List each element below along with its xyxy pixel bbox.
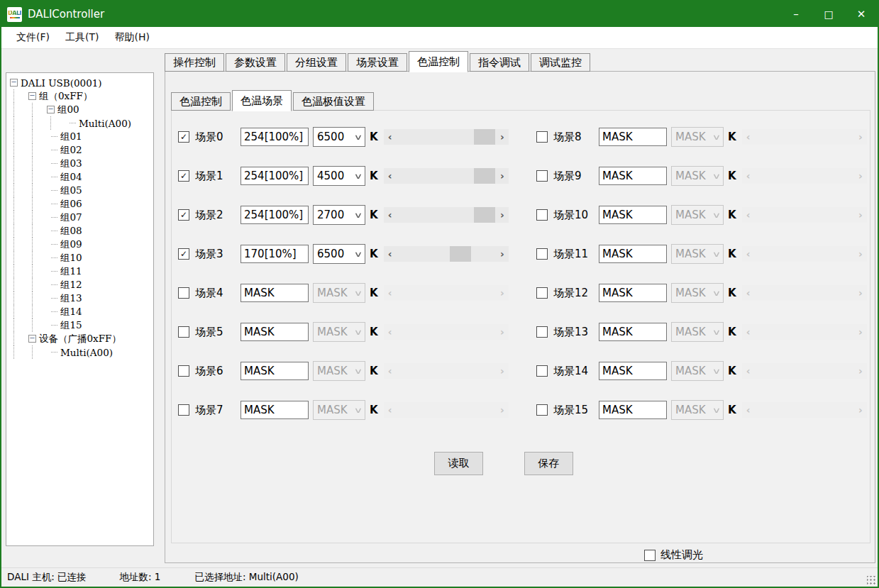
scene-checkbox[interactable]: ✓	[178, 209, 189, 221]
scene-value-input[interactable]	[241, 362, 309, 380]
scrollbar-thumb[interactable]	[474, 207, 494, 223]
scene-scrollbar[interactable]: ‹›	[384, 246, 509, 262]
scroll-right-icon[interactable]: ›	[496, 248, 509, 260]
scene-scrollbar[interactable]: ‹›	[384, 129, 509, 145]
scrollbar-thumb[interactable]	[474, 129, 494, 145]
scene-checkbox[interactable]	[178, 365, 189, 377]
scene-kelvin-dropdown[interactable]: MASK∨	[671, 400, 724, 420]
scene-kelvin-dropdown[interactable]: MASK∨	[313, 283, 365, 303]
scroll-right-icon[interactable]: ›	[854, 209, 867, 221]
scene-scrollbar[interactable]: ‹›	[742, 285, 867, 301]
scroll-left-icon[interactable]: ‹	[742, 248, 755, 260]
scene-value-input[interactable]	[599, 128, 667, 146]
scene-checkbox[interactable]	[178, 326, 189, 338]
scene-checkbox[interactable]: ✓	[178, 131, 189, 143]
scene-value-input[interactable]	[241, 167, 309, 185]
main-tab-1[interactable]: 参数设置	[226, 53, 285, 72]
read-button[interactable]: 读取	[434, 452, 483, 475]
tree-item[interactable]: 组15	[9, 318, 153, 332]
scroll-right-icon[interactable]: ›	[496, 326, 509, 338]
tree-item[interactable]: 组06	[9, 197, 153, 211]
main-tab-0[interactable]: 操作控制	[165, 53, 224, 72]
tree-item[interactable]: −组（0xFF）	[9, 89, 153, 103]
scroll-left-icon[interactable]: ‹	[742, 326, 755, 338]
scroll-right-icon[interactable]: ›	[496, 131, 509, 143]
scene-value-input[interactable]	[241, 401, 309, 419]
tree-item[interactable]: 组12	[9, 278, 153, 292]
tree-item[interactable]: 组14	[9, 305, 153, 318]
scene-checkbox[interactable]	[178, 287, 189, 299]
scroll-left-icon[interactable]: ‹	[742, 131, 755, 143]
scene-value-input[interactable]	[599, 167, 667, 185]
scene-kelvin-dropdown[interactable]: MASK∨	[671, 166, 724, 186]
tree-expander-icon[interactable]: −	[47, 106, 55, 113]
sub-tab-0[interactable]: 色温控制	[171, 92, 231, 111]
menu-file[interactable]: 文件(F)	[9, 29, 57, 46]
scene-checkbox[interactable]: ✓	[178, 248, 189, 260]
scene-value-input[interactable]	[241, 206, 309, 224]
scroll-left-icon[interactable]: ‹	[384, 365, 397, 377]
tree-item[interactable]: 组07	[9, 211, 153, 224]
scene-value-input[interactable]	[599, 245, 667, 263]
scene-value-input[interactable]	[599, 323, 667, 341]
scrollbar-track[interactable]	[755, 246, 854, 262]
scene-kelvin-dropdown[interactable]: 2700∨	[313, 205, 365, 225]
scene-checkbox[interactable]	[178, 404, 189, 416]
maximize-button[interactable]: □	[812, 1, 845, 27]
scroll-right-icon[interactable]: ›	[854, 131, 867, 143]
tree-item[interactable]: Multi(A00)	[9, 116, 153, 130]
scrollbar-track[interactable]	[397, 363, 496, 379]
scrollbar-track[interactable]	[397, 246, 496, 262]
scene-scrollbar[interactable]: ‹›	[384, 168, 509, 184]
scroll-left-icon[interactable]: ‹	[742, 404, 755, 416]
scene-scrollbar[interactable]: ‹›	[742, 246, 867, 262]
main-tab-6[interactable]: 调试监控	[531, 53, 590, 72]
scroll-right-icon[interactable]: ›	[854, 248, 867, 260]
scroll-left-icon[interactable]: ‹	[742, 365, 755, 377]
close-button[interactable]: ✕	[845, 1, 878, 27]
linear-dim-checkbox[interactable]	[644, 550, 656, 561]
scene-checkbox[interactable]	[536, 248, 548, 260]
tree-item[interactable]: 组11	[9, 265, 153, 278]
scroll-right-icon[interactable]: ›	[496, 404, 509, 416]
scene-checkbox[interactable]	[536, 209, 548, 221]
tree-item[interactable]: −设备（广播0xFF）	[9, 332, 153, 345]
scroll-right-icon[interactable]: ›	[854, 365, 867, 377]
scrollbar-track[interactable]	[397, 324, 496, 340]
scroll-left-icon[interactable]: ‹	[384, 170, 397, 182]
sub-tab-1[interactable]: 色温场景	[232, 90, 292, 111]
scene-kelvin-dropdown[interactable]: MASK∨	[671, 244, 724, 264]
main-tab-4[interactable]: 色温控制	[409, 51, 468, 72]
tree-item[interactable]: Multi(A00)	[9, 345, 153, 359]
scroll-left-icon[interactable]: ‹	[742, 170, 755, 182]
scrollbar-track[interactable]	[397, 207, 496, 223]
scroll-left-icon[interactable]: ‹	[384, 131, 397, 143]
scrollbar-track[interactable]	[755, 168, 854, 184]
scroll-left-icon[interactable]: ‹	[384, 287, 397, 299]
scrollbar-track[interactable]	[755, 207, 854, 223]
resize-grip[interactable]	[867, 576, 876, 585]
scene-value-input[interactable]	[599, 206, 667, 224]
scene-checkbox[interactable]	[536, 365, 548, 377]
tree-item[interactable]: 组03	[9, 157, 153, 170]
scene-kelvin-dropdown[interactable]: 4500∨	[313, 166, 365, 186]
tree-item[interactable]: 组08	[9, 224, 153, 238]
minimize-button[interactable]: –	[780, 1, 812, 27]
scene-value-input[interactable]	[599, 401, 667, 419]
scroll-left-icon[interactable]: ‹	[384, 209, 397, 221]
tree-item[interactable]: 组04	[9, 170, 153, 184]
scene-scrollbar[interactable]: ‹›	[742, 207, 867, 223]
scene-value-input[interactable]	[241, 284, 309, 302]
scene-scrollbar[interactable]: ‹›	[742, 129, 867, 145]
scroll-right-icon[interactable]: ›	[496, 170, 509, 182]
tree-item[interactable]: 组13	[9, 292, 153, 305]
tree-item[interactable]: 组05	[9, 184, 153, 197]
scene-scrollbar[interactable]: ‹›	[384, 363, 509, 379]
scrollbar-track[interactable]	[755, 285, 854, 301]
scroll-right-icon[interactable]: ›	[496, 365, 509, 377]
tree-item[interactable]: 组01	[9, 130, 153, 143]
tree-item[interactable]: −组00	[9, 103, 153, 116]
main-tab-2[interactable]: 分组设置	[287, 53, 346, 72]
scene-scrollbar[interactable]: ‹›	[742, 363, 867, 379]
scroll-left-icon[interactable]: ‹	[742, 287, 755, 299]
